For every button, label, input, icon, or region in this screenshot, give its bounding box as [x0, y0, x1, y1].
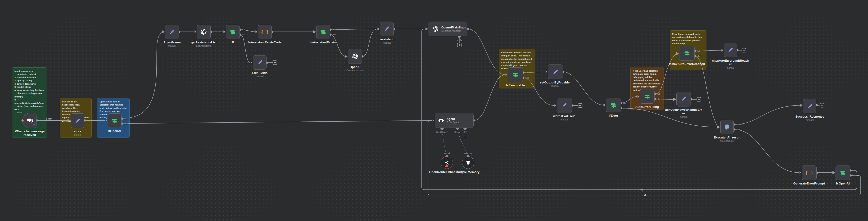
input-port[interactable] — [717, 126, 720, 129]
pencil-icon — [256, 59, 263, 66]
add-node-plus-button[interactable] — [458, 43, 462, 47]
input-port[interactable] — [432, 119, 434, 122]
node-title: askUserHowToHandleError — [665, 108, 703, 115]
input-port[interactable] — [800, 104, 803, 107]
node-ismaxautoerrorreached[interactable] — [679, 46, 694, 61]
port-label-text: true — [623, 102, 627, 104]
node-isassistantexists[interactable] — [316, 25, 330, 39]
node-agent[interactable]: AgentTools Agent — [435, 113, 473, 128]
edge-ifopenai-false-to-agent[interactable] — [122, 120, 432, 123]
node-execute-ai-result[interactable] — [720, 120, 734, 134]
input-port[interactable] — [105, 119, 107, 122]
port-label-text: Error — [736, 128, 740, 131]
add-node-plus-button[interactable] — [273, 61, 277, 65]
input-port[interactable] — [721, 49, 723, 52]
input-port[interactable] — [833, 171, 835, 174]
required-asterisk: * — [447, 131, 448, 133]
node-edit-fields[interactable] — [253, 55, 267, 70]
node-isassistantexistscode[interactable]: { } — [258, 25, 272, 39]
node-assistant[interactable] — [380, 22, 394, 36]
node-isexecutable[interactable] — [508, 67, 523, 82]
input-port[interactable] — [603, 104, 606, 107]
node-subtitle: Message Assistant — [441, 30, 466, 32]
port-label-text: false — [852, 174, 857, 177]
input-port[interactable] — [162, 31, 165, 33]
edge-agent-memory-link[interactable] — [458, 130, 467, 155]
node-getassistantslist[interactable] — [197, 25, 211, 39]
node-ifopenai[interactable] — [108, 113, 122, 128]
node-subtitle: executeQuery — [708, 140, 746, 142]
node-label-success-response: Success_Responsemanual — [791, 115, 829, 121]
node-wordsforuser1[interactable] — [557, 98, 572, 113]
node-openrouter-chat-model[interactable] — [441, 157, 453, 169]
node-isopenai[interactable] — [836, 166, 850, 180]
add-node-plus-button[interactable] — [463, 135, 467, 139]
port-label-text: true — [525, 72, 529, 74]
input-port[interactable] — [223, 31, 225, 33]
add-node-plus-button[interactable] — [820, 103, 824, 107]
node-title: OpenAI — [336, 65, 374, 69]
port-label: true — [852, 169, 856, 172]
edge-autoerrorfixing-true-to-ismax[interactable] — [655, 54, 677, 94]
edge-execute-success-to-response[interactable] — [734, 105, 801, 125]
node-generateerrorprompt[interactable]: { } — [802, 166, 816, 180]
node-iferror[interactable] — [606, 98, 621, 112]
node-label-ifopenai: IfOpenAI — [96, 129, 133, 133]
port-label: false — [123, 122, 128, 125]
node-label-iferror: IfError — [595, 114, 632, 117]
node-maxautoerrorlimitreached[interactable] — [724, 43, 737, 57]
input-port[interactable] — [67, 119, 70, 122]
edge-isassistantexists-false-to-openai[interactable] — [331, 35, 346, 56]
pencil-icon — [727, 47, 734, 53]
node-label-isassistantexistscode: IsAssistantExistsCode — [246, 40, 284, 44]
node-askuserhowtohandleerror[interactable] — [676, 92, 691, 107]
port-label-text: Success — [736, 123, 744, 126]
node-text: AgentTools Agent — [446, 117, 459, 124]
input-port[interactable] — [250, 61, 252, 64]
input-port[interactable] — [545, 71, 547, 73]
workflow-canvas[interactable]: Input parameters: 1. sessionId: uuidv4 2… — [0, 0, 868, 221]
node-success-response[interactable] — [803, 99, 816, 113]
edge-agent-chatmodel-link[interactable] — [442, 130, 446, 155]
port-label-text: false — [123, 122, 128, 125]
node-title: store — [59, 130, 96, 133]
port-label-text: true — [696, 50, 700, 52]
edge-agent-to-isexecutable[interactable] — [474, 75, 505, 120]
edge-if-false-to-editfields[interactable] — [240, 35, 250, 63]
add-node-plus-button[interactable] — [578, 104, 582, 108]
input-port[interactable] — [676, 52, 679, 55]
input-port[interactable] — [799, 171, 801, 174]
node-label-wordsforuser1: wordsForUser1manual — [546, 114, 583, 121]
edge-brain-to-isexecutable[interactable] — [468, 29, 505, 75]
node-setoutputbyprovider[interactable] — [548, 64, 563, 79]
node-autoerrorfixing[interactable] — [640, 89, 655, 104]
add-node-plus-button[interactable] — [742, 48, 746, 52]
code-icon: { } — [261, 28, 269, 35]
input-port[interactable] — [554, 104, 556, 107]
node-openaimainbrain[interactable]: OpenAIMainBrainMessage Assistant — [429, 22, 467, 36]
input-port[interactable] — [345, 55, 347, 58]
pin-icon — [32, 123, 35, 127]
port-label: false — [623, 107, 627, 109]
node-openai-create-assistant[interactable] — [348, 49, 362, 64]
input-port[interactable] — [505, 74, 507, 76]
node-if[interactable] — [226, 25, 240, 39]
port-label: false — [332, 33, 336, 36]
edge-isassistantexists-true-to-assistant[interactable] — [331, 29, 378, 30]
input-port[interactable] — [194, 31, 196, 33]
node-when-chat-message-received[interactable] — [23, 113, 36, 128]
input-port[interactable] — [673, 98, 676, 101]
if-icon — [644, 93, 651, 100]
input-port[interactable] — [313, 31, 316, 33]
node-simple-memory[interactable] — [462, 157, 474, 169]
input-port[interactable] — [255, 31, 257, 33]
input-port[interactable] — [426, 28, 428, 30]
node-subtitle: manual — [546, 118, 583, 121]
port-label: Memory — [454, 131, 462, 133]
input-port[interactable] — [377, 28, 379, 30]
input-port[interactable] — [637, 95, 639, 98]
node-store[interactable] — [71, 113, 84, 128]
if-icon — [610, 102, 617, 109]
node-agentname[interactable] — [165, 25, 179, 39]
add-node-plus-button[interactable] — [697, 98, 701, 102]
